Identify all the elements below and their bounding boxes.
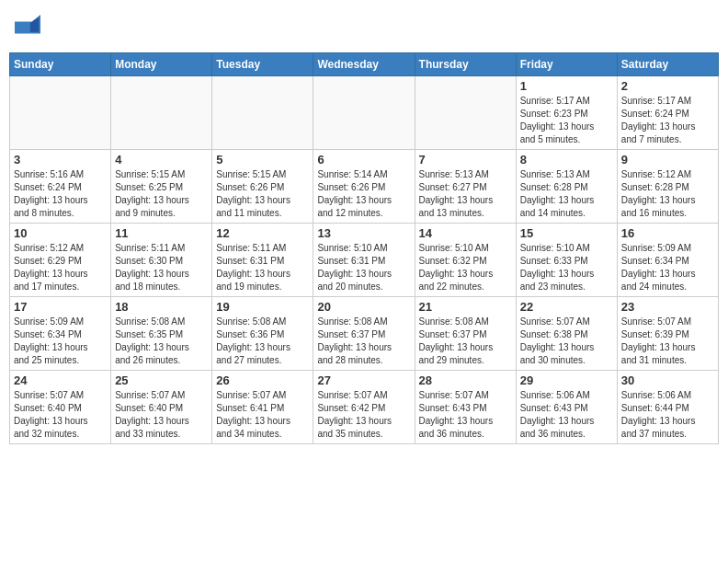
- weekday-header-saturday: Saturday: [617, 52, 718, 75]
- day-number: 22: [520, 300, 613, 314]
- calendar-cell: 10Sunrise: 5:12 AM Sunset: 6:29 PM Dayli…: [10, 223, 111, 296]
- weekday-header-row: SundayMondayTuesdayWednesdayThursdayFrid…: [10, 52, 719, 75]
- day-number: 20: [317, 300, 410, 314]
- weekday-header-wednesday: Wednesday: [313, 52, 415, 75]
- day-info: Sunrise: 5:10 AM Sunset: 6:31 PM Dayligh…: [317, 242, 410, 293]
- day-info: Sunrise: 5:06 AM Sunset: 6:43 PM Dayligh…: [520, 389, 613, 441]
- calendar-cell: [10, 75, 111, 149]
- day-number: 30: [621, 373, 714, 387]
- day-info: Sunrise: 5:13 AM Sunset: 6:27 PM Dayligh…: [419, 168, 512, 220]
- day-number: 28: [419, 373, 512, 387]
- day-number: 9: [621, 153, 714, 167]
- calendar-cell: 6Sunrise: 5:14 AM Sunset: 6:26 PM Daylig…: [313, 149, 415, 223]
- calendar-cell: 18Sunrise: 5:08 AM Sunset: 6:35 PM Dayli…: [111, 296, 212, 370]
- day-number: 25: [115, 373, 208, 387]
- day-info: Sunrise: 5:07 AM Sunset: 6:38 PM Dayligh…: [520, 316, 613, 367]
- day-info: Sunrise: 5:07 AM Sunset: 6:42 PM Dayligh…: [317, 389, 410, 441]
- day-number: 1: [520, 79, 613, 93]
- day-number: 29: [520, 373, 613, 387]
- calendar-cell: 17Sunrise: 5:09 AM Sunset: 6:34 PM Dayli…: [10, 296, 111, 370]
- day-number: 5: [216, 153, 309, 167]
- logo-icon: [15, 15, 40, 40]
- calendar-cell: 8Sunrise: 5:13 AM Sunset: 6:28 PM Daylig…: [516, 149, 617, 223]
- day-number: 21: [419, 300, 512, 314]
- day-info: Sunrise: 5:09 AM Sunset: 6:34 PM Dayligh…: [14, 316, 107, 367]
- day-info: Sunrise: 5:10 AM Sunset: 6:32 PM Dayligh…: [419, 242, 512, 293]
- day-number: 3: [14, 153, 107, 167]
- calendar-week-row-4: 17Sunrise: 5:09 AM Sunset: 6:34 PM Dayli…: [10, 296, 719, 370]
- day-number: 12: [216, 226, 309, 240]
- day-number: 24: [14, 373, 107, 387]
- day-info: Sunrise: 5:08 AM Sunset: 6:35 PM Dayligh…: [115, 316, 208, 367]
- calendar-cell: 19Sunrise: 5:08 AM Sunset: 6:36 PM Dayli…: [212, 296, 313, 370]
- day-info: Sunrise: 5:17 AM Sunset: 6:24 PM Dayligh…: [621, 95, 714, 146]
- weekday-header-tuesday: Tuesday: [212, 52, 313, 75]
- day-info: Sunrise: 5:07 AM Sunset: 6:41 PM Dayligh…: [216, 389, 309, 441]
- day-info: Sunrise: 5:07 AM Sunset: 6:39 PM Dayligh…: [621, 316, 714, 367]
- day-info: Sunrise: 5:15 AM Sunset: 6:25 PM Dayligh…: [115, 168, 208, 220]
- calendar-cell: 12Sunrise: 5:11 AM Sunset: 6:31 PM Dayli…: [212, 223, 313, 296]
- calendar-cell: 11Sunrise: 5:11 AM Sunset: 6:30 PM Dayli…: [111, 223, 212, 296]
- calendar-week-row-5: 24Sunrise: 5:07 AM Sunset: 6:40 PM Dayli…: [10, 370, 719, 443]
- calendar-cell: 29Sunrise: 5:06 AM Sunset: 6:43 PM Dayli…: [516, 370, 617, 443]
- day-number: 17: [14, 300, 107, 314]
- day-info: Sunrise: 5:12 AM Sunset: 6:29 PM Dayligh…: [14, 242, 107, 293]
- day-info: Sunrise: 5:15 AM Sunset: 6:26 PM Dayligh…: [216, 168, 309, 220]
- calendar-cell: 15Sunrise: 5:10 AM Sunset: 6:33 PM Dayli…: [516, 223, 617, 296]
- day-info: Sunrise: 5:07 AM Sunset: 6:40 PM Dayligh…: [115, 389, 208, 441]
- weekday-header-sunday: Sunday: [10, 52, 111, 75]
- calendar-cell: 26Sunrise: 5:07 AM Sunset: 6:41 PM Dayli…: [212, 370, 313, 443]
- day-number: 14: [419, 226, 512, 240]
- day-number: 8: [520, 153, 613, 167]
- day-number: 4: [115, 153, 208, 167]
- calendar-cell: 9Sunrise: 5:12 AM Sunset: 6:28 PM Daylig…: [617, 149, 718, 223]
- day-info: Sunrise: 5:11 AM Sunset: 6:30 PM Dayligh…: [115, 242, 208, 293]
- day-number: 16: [621, 226, 714, 240]
- calendar-cell: 16Sunrise: 5:09 AM Sunset: 6:34 PM Dayli…: [617, 223, 718, 296]
- day-info: Sunrise: 5:12 AM Sunset: 6:28 PM Dayligh…: [621, 168, 714, 220]
- calendar-cell: 24Sunrise: 5:07 AM Sunset: 6:40 PM Dayli…: [10, 370, 111, 443]
- svg-marker-1: [30, 17, 39, 32]
- day-number: 26: [216, 373, 309, 387]
- day-number: 2: [621, 79, 714, 93]
- calendar-cell: 14Sunrise: 5:10 AM Sunset: 6:32 PM Dayli…: [415, 223, 516, 296]
- calendar-cell: 25Sunrise: 5:07 AM Sunset: 6:40 PM Dayli…: [111, 370, 212, 443]
- calendar-week-row-2: 3Sunrise: 5:16 AM Sunset: 6:24 PM Daylig…: [10, 149, 719, 223]
- day-number: 10: [14, 226, 107, 240]
- day-info: Sunrise: 5:08 AM Sunset: 6:36 PM Dayligh…: [216, 316, 309, 367]
- calendar-cell: 30Sunrise: 5:06 AM Sunset: 6:44 PM Dayli…: [617, 370, 718, 443]
- calendar-cell: [111, 75, 212, 149]
- day-info: Sunrise: 5:07 AM Sunset: 6:43 PM Dayligh…: [419, 389, 512, 441]
- day-info: Sunrise: 5:14 AM Sunset: 6:26 PM Dayligh…: [317, 168, 410, 220]
- calendar-cell: 22Sunrise: 5:07 AM Sunset: 6:38 PM Dayli…: [516, 296, 617, 370]
- day-number: 19: [216, 300, 309, 314]
- calendar-cell: 5Sunrise: 5:15 AM Sunset: 6:26 PM Daylig…: [212, 149, 313, 223]
- day-info: Sunrise: 5:13 AM Sunset: 6:28 PM Dayligh…: [520, 168, 613, 220]
- weekday-header-friday: Friday: [516, 52, 617, 75]
- day-info: Sunrise: 5:08 AM Sunset: 6:37 PM Dayligh…: [317, 316, 410, 367]
- day-info: Sunrise: 5:09 AM Sunset: 6:34 PM Dayligh…: [621, 242, 714, 293]
- calendar-cell: 13Sunrise: 5:10 AM Sunset: 6:31 PM Dayli…: [313, 223, 415, 296]
- weekday-header-thursday: Thursday: [415, 52, 516, 75]
- calendar-cell: [313, 75, 415, 149]
- calendar-cell: [415, 75, 516, 149]
- day-number: 6: [317, 153, 410, 167]
- calendar-table: SundayMondayTuesdayWednesdayThursdayFrid…: [9, 52, 719, 444]
- calendar-cell: 20Sunrise: 5:08 AM Sunset: 6:37 PM Dayli…: [313, 296, 415, 370]
- calendar-cell: 7Sunrise: 5:13 AM Sunset: 6:27 PM Daylig…: [415, 149, 516, 223]
- calendar-week-row-1: 1Sunrise: 5:17 AM Sunset: 6:23 PM Daylig…: [10, 75, 719, 149]
- calendar-week-row-3: 10Sunrise: 5:12 AM Sunset: 6:29 PM Dayli…: [10, 223, 719, 296]
- day-info: Sunrise: 5:16 AM Sunset: 6:24 PM Dayligh…: [14, 168, 107, 220]
- day-info: Sunrise: 5:06 AM Sunset: 6:44 PM Dayligh…: [621, 389, 714, 441]
- day-info: Sunrise: 5:08 AM Sunset: 6:37 PM Dayligh…: [419, 316, 512, 367]
- calendar-cell: 27Sunrise: 5:07 AM Sunset: 6:42 PM Dayli…: [313, 370, 415, 443]
- day-number: 11: [115, 226, 208, 240]
- day-info: Sunrise: 5:10 AM Sunset: 6:33 PM Dayligh…: [520, 242, 613, 293]
- calendar-cell: 23Sunrise: 5:07 AM Sunset: 6:39 PM Dayli…: [617, 296, 718, 370]
- calendar-cell: 2Sunrise: 5:17 AM Sunset: 6:24 PM Daylig…: [617, 75, 718, 149]
- day-info: Sunrise: 5:11 AM Sunset: 6:31 PM Dayligh…: [216, 242, 309, 293]
- calendar-cell: [212, 75, 313, 149]
- page-header: [9, 9, 719, 45]
- day-number: 7: [419, 153, 512, 167]
- calendar-cell: 4Sunrise: 5:15 AM Sunset: 6:25 PM Daylig…: [111, 149, 212, 223]
